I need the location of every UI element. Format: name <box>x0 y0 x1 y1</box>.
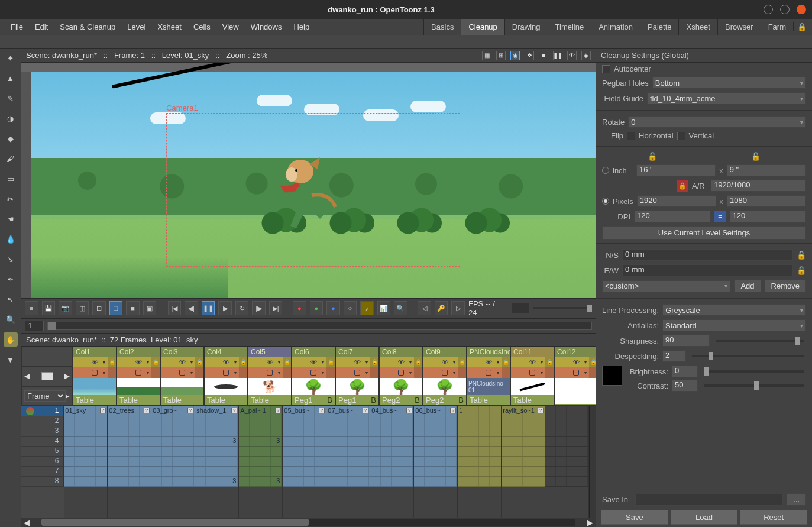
room-basics[interactable]: Basics <box>423 19 461 35</box>
cell[interactable] <box>545 437 588 447</box>
column-camstand-row[interactable]: ▾ <box>73 367 116 378</box>
camstand-icon[interactable] <box>573 370 579 376</box>
safe-area-icon[interactable]: ▦ <box>482 51 491 60</box>
cell[interactable] <box>283 416 326 426</box>
cell[interactable]: 01_sky? <box>64 406 107 416</box>
viewer[interactable]: Camera1 <box>21 63 596 298</box>
dpi-link-icon[interactable]: = <box>714 211 726 222</box>
room-drawing[interactable]: Drawing <box>504 19 548 35</box>
save-button[interactable]: Save <box>601 510 668 525</box>
filter-icon[interactable] <box>239 367 247 378</box>
column-Col11[interactable]: Col11👁▾🔒▾Table <box>510 347 554 406</box>
filter-icon[interactable] <box>414 367 422 378</box>
cell[interactable] <box>370 467 413 477</box>
lock-icon[interactable]: 🔒 <box>239 357 247 367</box>
dropdown-icon[interactable]: ▾ <box>538 357 545 367</box>
dropdown-icon[interactable]: ▾ <box>363 357 370 367</box>
lineproc-select[interactable]: Greyscale <box>662 304 806 316</box>
eraser-tool-icon[interactable]: ▭ <box>4 172 18 186</box>
hand-tool-icon[interactable]: ✋ <box>4 332 18 347</box>
timeline-column[interactable]: 01_sky? <box>64 406 108 518</box>
column-PNCloudsIno[interactable]: PNCloudsIno👁▾🔒▾PNCloudsIno 01Table <box>467 347 510 406</box>
control-point-tool-icon[interactable]: ↘ <box>4 252 18 266</box>
dropdown-icon[interactable]: ▾ <box>101 367 108 378</box>
column-parent[interactable]: Peg2B <box>380 395 422 405</box>
load-button[interactable]: Load <box>671 510 738 525</box>
remove-preset-button[interactable]: Remove <box>765 280 806 292</box>
cell[interactable] <box>151 416 195 426</box>
cell[interactable] <box>283 426 326 437</box>
timeline-vscrollbar[interactable] <box>589 406 596 518</box>
frame-mode-arrow-icon[interactable]: ▸ <box>66 392 70 400</box>
cell[interactable] <box>502 416 545 426</box>
eye-icon[interactable]: 👁 <box>223 358 229 366</box>
zoom-tool-icon[interactable]: 🔍 <box>4 312 18 326</box>
cell[interactable] <box>283 477 326 487</box>
last-frame-icon[interactable]: ▶| <box>269 301 283 315</box>
lock-height-icon[interactable]: 🔓 <box>751 152 761 161</box>
timeline-column[interactable]: 03_gro~? <box>151 406 195 518</box>
frame-number[interactable]: 7 <box>21 467 64 477</box>
room-xsheet[interactable]: Xsheet <box>678 19 717 35</box>
column-header[interactable]: Col7 <box>336 347 378 357</box>
column-visibility-row[interactable]: 👁▾🔒 <box>205 357 247 367</box>
room-palette[interactable]: Palette <box>640 19 678 35</box>
column-visibility-row[interactable]: 👁▾🔒 <box>248 357 291 367</box>
column-header[interactable]: Col9 <box>423 347 466 357</box>
cell[interactable] <box>108 437 151 447</box>
eye-icon[interactable]: 👁 <box>573 358 580 366</box>
dropdown-icon[interactable]: ▾ <box>232 357 239 367</box>
histogram-icon[interactable]: 📊 <box>377 301 391 315</box>
column-camstand-row[interactable]: ▾ <box>117 367 160 378</box>
style-picker-tool-icon[interactable]: ☚ <box>4 212 18 226</box>
flip-h-checkbox[interactable] <box>627 132 635 140</box>
column-parent[interactable]: Table <box>117 395 160 405</box>
camera-stand-view-icon[interactable]: ◉ <box>510 51 520 60</box>
window-minimize-button[interactable] <box>764 5 773 14</box>
filter-icon[interactable] <box>108 367 116 378</box>
column-header[interactable]: Col12 <box>555 347 596 357</box>
ns-lock-icon[interactable]: 🔓 <box>797 251 806 260</box>
cell[interactable] <box>545 467 588 477</box>
cell[interactable] <box>370 457 413 467</box>
pegbar-select[interactable]: Bottom <box>652 77 806 89</box>
cell[interactable] <box>370 416 413 426</box>
red-channel-icon[interactable]: ● <box>293 301 306 315</box>
column-camstand-row[interactable]: ▾ <box>292 367 335 378</box>
blue-channel-icon[interactable]: ● <box>326 301 340 315</box>
dpi-h-field[interactable]: 120 <box>730 211 807 222</box>
prev-frame-icon[interactable]: ◀| <box>185 301 198 315</box>
options-icon[interactable]: ≡ <box>25 301 38 315</box>
cell[interactable] <box>326 457 370 467</box>
scroll-right-icon[interactable]: ▶ <box>585 518 596 527</box>
frame-number[interactable]: 5 <box>21 447 64 457</box>
cell[interactable] <box>326 416 370 426</box>
scroll-left-icon[interactable]: ◀ <box>21 518 32 527</box>
dropdown-icon[interactable]: ▾ <box>451 357 458 367</box>
camstand-icon[interactable] <box>135 370 141 376</box>
camstand-icon[interactable] <box>310 370 316 376</box>
cell[interactable] <box>108 447 151 457</box>
room-animation[interactable]: Animation <box>591 19 640 35</box>
filter-icon[interactable] <box>545 367 554 378</box>
column-header[interactable]: Col11 <box>511 347 554 357</box>
pinch-tool-icon[interactable]: ✒ <box>4 272 18 286</box>
camstand-icon[interactable] <box>92 370 98 376</box>
column-camstand-row[interactable]: ▾ <box>205 367 247 378</box>
bg-check-icon[interactable]: ▣ <box>143 301 157 315</box>
eye-icon[interactable]: 👁 <box>267 358 273 366</box>
cell[interactable]: shadow_1? <box>195 406 238 416</box>
edit-tool-icon[interactable]: ↖ <box>4 292 18 306</box>
reset-button[interactable]: Reset <box>740 510 807 525</box>
room-browser[interactable]: Browser <box>717 19 761 35</box>
cell[interactable] <box>283 447 326 457</box>
filter-icon[interactable] <box>195 367 203 378</box>
dropdown-icon[interactable]: ▾ <box>363 367 370 378</box>
eye-icon[interactable]: 👁 <box>179 358 186 366</box>
cell[interactable] <box>414 467 457 477</box>
dropdown-icon[interactable]: ▾ <box>494 357 502 367</box>
window-maximize-button[interactable] <box>780 5 790 14</box>
cell[interactable] <box>151 477 195 487</box>
cell[interactable] <box>545 426 588 437</box>
eye-icon[interactable]: 👁 <box>398 358 405 366</box>
